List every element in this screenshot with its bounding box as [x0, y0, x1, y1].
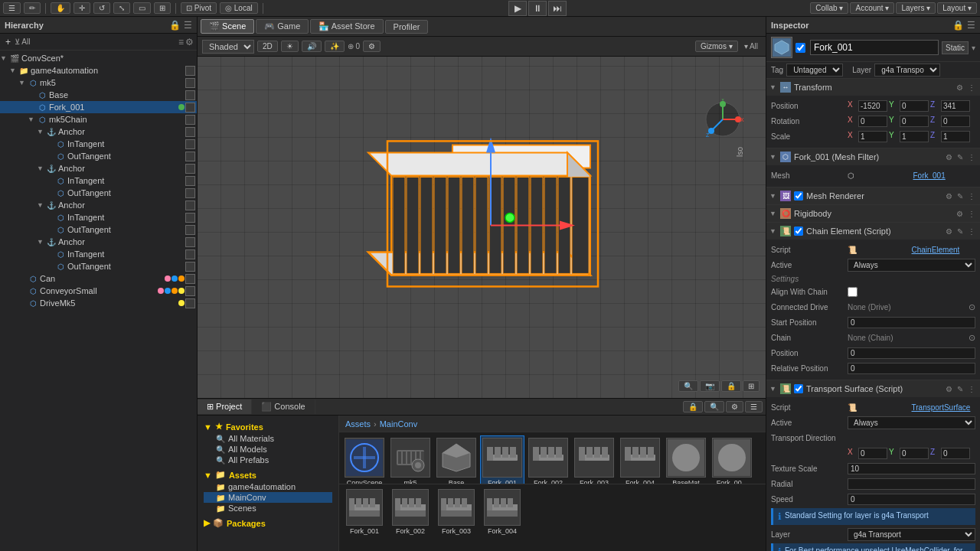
scene-search-btn[interactable]: 🔍 [678, 380, 698, 392]
ts-x-input[interactable] [858, 448, 887, 459]
hierarchy-item-base[interactable]: ▶ ⬡ Base [0, 89, 197, 101]
project-settings-btn[interactable]: ⚙ [726, 401, 743, 412]
cb-intangent4[interactable] [185, 249, 195, 259]
mesh-renderer-header[interactable]: ▼ 🖼 Mesh Renderer ⚙ ✎ ⋮ [766, 187, 980, 204]
hierarchy-item-anchor4[interactable]: ▼ ⚓ Anchor [0, 236, 197, 248]
mainconv-tree-item[interactable]: 📁 MainConv [204, 492, 332, 503]
expand-arrow-anchor2[interactable]: ▼ [37, 165, 46, 172]
collab-btn[interactable]: Collab ▾ [810, 2, 848, 14]
asset-convscene[interactable]: ConvScene [342, 435, 387, 484]
asset-sm-fork004[interactable]: Fork_004 [480, 487, 524, 536]
cb-conveyorsmall[interactable] [185, 286, 195, 296]
layout-btn[interactable]: Layout ▾ [937, 2, 977, 14]
layer-select[interactable]: g4a Transpo [874, 64, 940, 77]
hierarchy-sort-icon[interactable]: ≡ [178, 37, 184, 47]
expand-arrow-anchor4[interactable]: ▼ [37, 238, 46, 246]
scene-lock-btn[interactable]: 🔒 [721, 380, 741, 392]
tab-game[interactable]: 🎮 Game [256, 19, 309, 34]
scene-cam-btn[interactable]: 📷 [700, 380, 720, 392]
project-more-btn[interactable]: ☰ [745, 401, 763, 412]
rigidbody-settings-btn[interactable]: ⚙ [955, 210, 965, 218]
hierarchy-item-convscene[interactable]: ▼ 🎬 ConvScen* [0, 52, 197, 64]
scale-y-input[interactable] [900, 131, 929, 142]
visibility-check-g4a[interactable] [185, 66, 195, 76]
mesh-renderer-edit-btn[interactable]: ✎ [956, 192, 965, 201]
asset-sm-fork001[interactable]: Fork_001 [342, 487, 387, 536]
cb-anchor2[interactable] [185, 164, 195, 174]
cb-outtangent3[interactable] [185, 225, 195, 235]
asset-fork001[interactable]: Fork_001 [480, 435, 524, 484]
hand-tool[interactable]: ✋ [51, 2, 70, 14]
ts-edit-btn[interactable]: ✎ [956, 385, 965, 393]
asset-mk5[interactable]: mk5 [388, 435, 433, 484]
favorites-header[interactable]: ▼ ★ Favorites [204, 420, 332, 433]
mesh-value[interactable]: Fork_001 [913, 171, 976, 180]
effects-btn[interactable]: ✨ [325, 41, 345, 52]
scale-tool[interactable]: ⤡ [113, 2, 130, 14]
tab-profiler[interactable]: Profiler [385, 20, 429, 34]
step-button[interactable]: ⏭ [548, 1, 567, 16]
expand-arrow-mk5chain[interactable]: ▼ [28, 116, 37, 123]
asset-basemat[interactable]: BaseMat [664, 435, 708, 484]
tag-select[interactable]: Untagged [786, 64, 843, 77]
hierarchy-item-conveyorsmall[interactable]: ▶ ⬡ ConveyorSmall [0, 285, 197, 297]
ts-script-value[interactable]: TransportSurface [912, 403, 976, 412]
scene-more-btn[interactable]: ⊞ [743, 380, 760, 392]
cb-intangent1[interactable] [185, 139, 195, 149]
visibility-check-mk5[interactable] [185, 78, 195, 88]
rotate-tool[interactable]: ↺ [93, 2, 110, 14]
shaded-dropdown[interactable]: Shaded [202, 40, 254, 54]
ts-radial-input[interactable] [848, 478, 975, 490]
lighting-btn[interactable]: ☀ [281, 41, 299, 52]
asset-sm-fork003[interactable]: Fork_003 [434, 487, 479, 536]
cb-intangent3[interactable] [185, 213, 195, 223]
project-search-btn[interactable]: 🔍 [704, 401, 724, 412]
pivot-btn[interactable]: ⊡ Pivot [181, 2, 217, 14]
rigidbody-header[interactable]: ▼ ⭕ Rigidbody ⚙ ⋮ [766, 205, 980, 222]
rect-tool[interactable]: ▭ [133, 2, 151, 14]
scene-settings-btn[interactable]: ⚙ [363, 41, 381, 52]
transform-settings-btn[interactable]: ⚙ [955, 83, 965, 92]
asset-base[interactable]: Base [434, 435, 479, 484]
pause-button[interactable]: ⏸ [528, 1, 547, 16]
mesh-renderer-checkbox[interactable] [794, 191, 803, 201]
hierarchy-item-can[interactable]: ▶ ⬡ Can [0, 272, 197, 285]
static-dropdown-arrow[interactable]: ▾ [972, 44, 975, 52]
ce-chain-pick-icon[interactable]: ⊙ [969, 333, 975, 343]
hierarchy-settings-icon[interactable]: ⚙ [185, 37, 194, 47]
hierarchy-item-intangent2[interactable]: ▶ ⬡ InTangent [0, 174, 197, 187]
hierarchy-item-intangent1[interactable]: ▶ ⬡ InTangent [0, 138, 197, 150]
cb-outtangent4[interactable] [185, 262, 195, 272]
ce-script-value[interactable]: ChainElement [912, 246, 976, 254]
hierarchy-add-btn[interactable]: + [3, 36, 13, 48]
ts-active-select[interactable]: Always [848, 416, 975, 429]
ce-align-checkbox[interactable] [848, 287, 858, 297]
rigidbody-more-btn[interactable]: ⋮ [966, 210, 977, 218]
layers-btn[interactable]: Layers ▾ [896, 2, 936, 14]
hierarchy-item-fork001[interactable]: ▶ ⬡ Fork_001 [0, 101, 197, 113]
all-prefabs-item[interactable]: 🔍 All Prefabs [204, 455, 332, 465]
object-active-checkbox[interactable] [795, 43, 805, 53]
asset-fork002[interactable]: Fork_002 [526, 435, 570, 484]
ts-texture-scale-input[interactable] [848, 463, 975, 474]
hierarchy-item-anchor2[interactable]: ▼ ⚓ Anchor [0, 162, 197, 174]
tab-asset-store[interactable]: 🏪 Asset Store [310, 19, 383, 34]
visibility-check-anchor1[interactable] [185, 127, 195, 137]
path-assets[interactable]: Assets [345, 419, 371, 429]
mesh-filter-header[interactable]: ▼ ⬡ Fork_001 (Mesh Filter) ⚙ ✎ ⋮ [766, 148, 980, 165]
edit-menu[interactable]: ✏ [24, 2, 41, 14]
cb-drivemk5[interactable] [185, 298, 195, 308]
hierarchy-item-intangent4[interactable]: ▶ ⬡ InTangent [0, 248, 197, 260]
scale-z-input[interactable] [941, 131, 970, 142]
multi-tool[interactable]: ⊞ [154, 2, 171, 14]
project-lock-btn[interactable]: 🔒 [683, 401, 703, 412]
hierarchy-item-mk5[interactable]: ▼ ⬡ mk5 [0, 77, 197, 89]
play-button[interactable]: ▶ [508, 1, 527, 16]
ce-connected-drive-pick-icon[interactable]: ⊙ [969, 302, 975, 312]
visibility-check-base[interactable] [185, 90, 195, 100]
audio-btn[interactable]: 🔊 [302, 41, 322, 52]
path-mainconv[interactable]: MainConv [380, 419, 418, 429]
g4a-tree-item[interactable]: 📁 game4automation [204, 481, 332, 492]
visibility-check-fork001[interactable] [185, 103, 195, 112]
hierarchy-item-outtangent3[interactable]: ▶ ⬡ OutTangent [0, 223, 197, 236]
